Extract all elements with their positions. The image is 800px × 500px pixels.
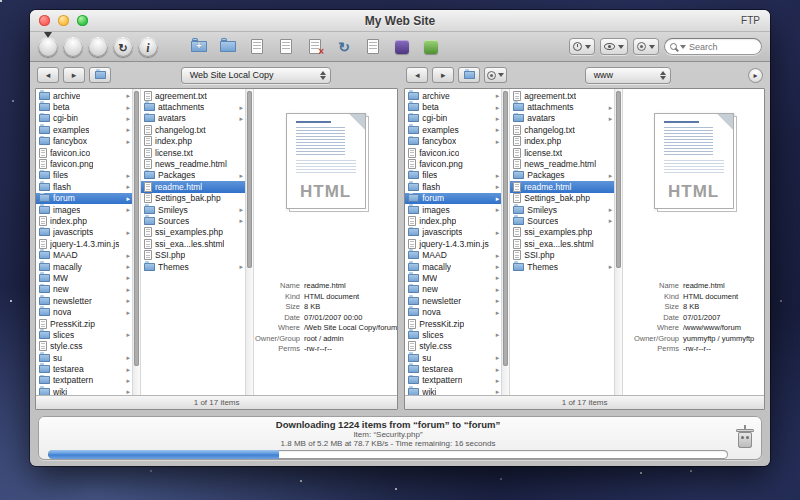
- file-row[interactable]: images▸: [405, 204, 501, 215]
- file-row[interactable]: ssi_examples.php: [141, 227, 245, 238]
- file-row[interactable]: files▸: [405, 170, 501, 181]
- new-folder-small-button[interactable]: [458, 67, 480, 83]
- file-row[interactable]: news_readme.html: [510, 158, 614, 169]
- file-row[interactable]: new▸: [36, 284, 132, 295]
- file-row[interactable]: attachments▸: [141, 101, 245, 112]
- file-row[interactable]: archive▸: [405, 90, 501, 101]
- scrollbar-thumb[interactable]: [247, 91, 252, 268]
- file-row[interactable]: newsletter▸: [405, 295, 501, 306]
- file-row[interactable]: avatars▸: [141, 113, 245, 124]
- forward-button[interactable]: ▸: [432, 67, 454, 83]
- file-row[interactable]: index.php: [141, 136, 245, 147]
- scrollbar-thumb[interactable]: [503, 91, 508, 366]
- file-row[interactable]: index.php: [510, 136, 614, 147]
- file-row[interactable]: nova▸: [36, 306, 132, 317]
- file-row[interactable]: license.txt: [141, 147, 245, 158]
- scrollbar-thumb[interactable]: [134, 91, 139, 366]
- file-row[interactable]: Sources▸: [510, 215, 614, 226]
- remote-path-popup[interactable]: www: [585, 67, 671, 84]
- file-row[interactable]: new▸: [405, 284, 501, 295]
- file-row[interactable]: favicon.ico: [405, 147, 501, 158]
- scrollbar[interactable]: [614, 89, 623, 395]
- file-row[interactable]: license.txt: [510, 147, 614, 158]
- file-row[interactable]: Settings_bak.php: [510, 193, 614, 204]
- back-button[interactable]: ◂: [406, 67, 428, 83]
- file-row[interactable]: examples▸: [405, 124, 501, 135]
- file-row[interactable]: index.php: [405, 215, 501, 226]
- history-menu-button[interactable]: [569, 38, 595, 55]
- file-row[interactable]: Packages▸: [141, 170, 245, 181]
- file-row[interactable]: testarea▸: [36, 363, 132, 374]
- local-path-popup[interactable]: Web Site Local Copy: [181, 67, 331, 84]
- file-row[interactable]: favicon.png: [405, 158, 501, 169]
- file-row[interactable]: javascripts▸: [405, 227, 501, 238]
- app-badge-purple-button[interactable]: [392, 37, 412, 57]
- file-row[interactable]: newsletter▸: [36, 295, 132, 306]
- file-row[interactable]: style.css: [36, 341, 132, 352]
- file-row[interactable]: archive▸: [36, 90, 132, 101]
- file-row[interactable]: changelog.txt: [510, 124, 614, 135]
- folder-actions-button[interactable]: [484, 67, 507, 83]
- file-row[interactable]: MW▸: [405, 272, 501, 283]
- file-row[interactable]: ssi_examples.php: [510, 227, 614, 238]
- file-row[interactable]: flash▸: [405, 181, 501, 192]
- file-row[interactable]: SSI.php: [141, 249, 245, 260]
- file-row[interactable]: forum▸: [36, 193, 132, 204]
- file-row[interactable]: cgi-bin▸: [36, 113, 132, 124]
- file-row[interactable]: jquery-1.4.3.min.js: [405, 238, 501, 249]
- file-row[interactable]: readme.html: [141, 181, 245, 192]
- file-row[interactable]: slices▸: [36, 329, 132, 340]
- scrollbar[interactable]: [245, 89, 254, 395]
- file-row[interactable]: MW▸: [36, 272, 132, 283]
- file-row[interactable]: Themes▸: [141, 261, 245, 272]
- scrollbar[interactable]: [132, 89, 141, 395]
- remote-column-1[interactable]: archive▸beta▸cgi-bin▸examples▸fancybox▸f…: [405, 89, 501, 395]
- file-row[interactable]: jquery-1.4.3.min.js: [36, 238, 132, 249]
- app-badge-green-button[interactable]: [421, 37, 441, 57]
- file-row[interactable]: macally▸: [405, 261, 501, 272]
- file-row[interactable]: Settings_bak.php: [141, 193, 245, 204]
- file-row[interactable]: attachments▸: [510, 101, 614, 112]
- file-row[interactable]: wiki▸: [405, 386, 501, 395]
- retry-button[interactable]: [113, 37, 133, 57]
- back-button[interactable]: ◂: [37, 67, 59, 83]
- file-row[interactable]: readme.html: [510, 181, 614, 192]
- forward-button[interactable]: ▸: [63, 67, 85, 83]
- file-row[interactable]: examples▸: [36, 124, 132, 135]
- file-row[interactable]: Smileys▸: [141, 204, 245, 215]
- file-row[interactable]: fancybox▸: [405, 136, 501, 147]
- file-row[interactable]: ssi_exa...les.shtml: [141, 238, 245, 249]
- file-row[interactable]: PressKit.zip: [405, 318, 501, 329]
- file-row[interactable]: textpattern▸: [405, 375, 501, 386]
- file-row[interactable]: beta▸: [405, 101, 501, 112]
- search-field[interactable]: [664, 38, 762, 55]
- file-row[interactable]: cgi-bin▸: [405, 113, 501, 124]
- edit-file-button[interactable]: [276, 37, 296, 57]
- file-row[interactable]: javascripts▸: [36, 227, 132, 238]
- scrollbar[interactable]: [501, 89, 510, 395]
- new-file-button[interactable]: [247, 37, 267, 57]
- file-row[interactable]: agreement.txt: [510, 90, 614, 101]
- file-row[interactable]: changelog.txt: [141, 124, 245, 135]
- file-row[interactable]: style.css: [405, 341, 501, 352]
- file-row[interactable]: favicon.png: [36, 158, 132, 169]
- file-row[interactable]: forum▸: [405, 193, 501, 204]
- start-transfer-button[interactable]: [38, 37, 58, 57]
- file-row[interactable]: ssi_exa...les.shtml: [510, 238, 614, 249]
- new-folder-small-button[interactable]: [89, 67, 111, 83]
- file-row[interactable]: Smileys▸: [510, 204, 614, 215]
- file-row[interactable]: Packages▸: [510, 170, 614, 181]
- remote-column-2[interactable]: agreement.txtattachments▸avatars▸changel…: [510, 89, 614, 395]
- quick-look-button[interactable]: [363, 37, 383, 57]
- file-row[interactable]: MAAD▸: [405, 249, 501, 260]
- search-input[interactable]: [689, 42, 756, 52]
- file-row[interactable]: avatars▸: [510, 113, 614, 124]
- file-row[interactable]: macally▸: [36, 261, 132, 272]
- file-row[interactable]: wiki▸: [36, 386, 132, 395]
- file-row[interactable]: agreement.txt: [141, 90, 245, 101]
- stop-button[interactable]: [63, 37, 83, 57]
- file-row[interactable]: slices▸: [405, 329, 501, 340]
- file-row[interactable]: flash▸: [36, 181, 132, 192]
- synchronize-folders-button[interactable]: [218, 37, 238, 57]
- file-row[interactable]: news_readme.html: [141, 158, 245, 169]
